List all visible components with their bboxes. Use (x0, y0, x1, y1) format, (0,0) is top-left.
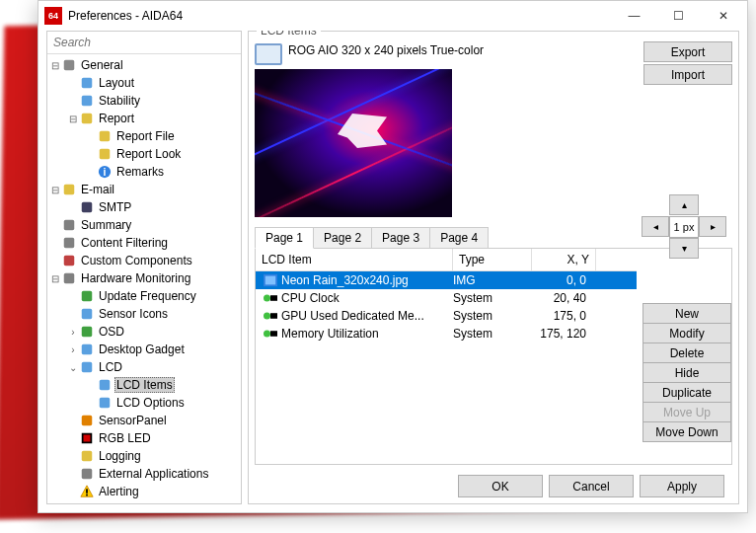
moveup-button[interactable]: Move Up (643, 402, 731, 422)
tree-node-lcd[interactable]: ⌄LCD (47, 358, 241, 376)
tree-twisty-icon[interactable]: ⊟ (49, 60, 61, 71)
list-row[interactable]: GPU Used Dedicated Me...System175, 0 (256, 307, 637, 325)
delete-button[interactable]: Delete (643, 343, 731, 363)
layout-icon (79, 75, 95, 91)
sitem-icon (264, 309, 279, 323)
tree-node-update-frequency[interactable]: Update Frequency (47, 287, 241, 305)
svg-rect-20 (100, 398, 111, 409)
tab-page-4[interactable]: Page 4 (429, 227, 489, 249)
tree-node-remarks[interactable]: iRemarks (47, 163, 241, 181)
tree-node-content-filtering[interactable]: Content Filtering (47, 234, 241, 252)
svg-rect-33 (270, 313, 277, 319)
tab-page-1[interactable]: Page 1 (255, 227, 314, 249)
ok-button[interactable]: OK (458, 475, 543, 497)
sum-icon (61, 217, 77, 233)
col-type[interactable]: Type (453, 249, 532, 270)
tree-label: Logging (97, 449, 143, 463)
look-icon (97, 146, 113, 162)
preferences-window: 64 Preferences - AIDA64 — ☐ ✕ ⊟GeneralLa… (38, 0, 748, 513)
tree-node-general[interactable]: ⊟General (47, 56, 241, 74)
duplicate-button[interactable]: Duplicate (643, 382, 731, 403)
tree-node-external-applications[interactable]: External Applications (47, 465, 241, 483)
tree-label: Summary (79, 218, 133, 232)
svg-rect-2 (82, 96, 93, 107)
tree-node-sensor-icons[interactable]: Sensor Icons (47, 305, 241, 323)
list-row[interactable]: Neon Rain_320x240.jpgIMG0, 0 (256, 271, 637, 289)
lcd-icon (97, 395, 113, 411)
tree-node-lcd-items[interactable]: LCD Items (47, 376, 241, 394)
tree-twisty-icon[interactable]: ⊟ (67, 114, 79, 124)
tree-label: Alerting (97, 485, 141, 498)
tree-label: Sensor Icons (97, 307, 170, 321)
upd-icon (79, 288, 95, 304)
tree-node-summary[interactable]: Summary (47, 216, 241, 234)
hide-button[interactable]: Hide (643, 362, 731, 383)
nav-tree[interactable]: ⊟GeneralLayoutStability⊟ReportReport Fil… (47, 54, 241, 503)
titlebar[interactable]: 64 Preferences - AIDA64 — ☐ ✕ (38, 1, 747, 31)
log-icon (79, 448, 95, 464)
apply-button[interactable]: Apply (640, 475, 724, 497)
cancel-button[interactable]: Cancel (549, 475, 634, 497)
tree-node-desktop-gadget[interactable]: ›Desktop Gadget (47, 341, 241, 358)
modify-button[interactable]: Modify (643, 323, 731, 343)
tree-node-rgb-led[interactable]: RGB LED (47, 429, 241, 447)
maximize-button[interactable]: ☐ (656, 2, 701, 30)
minimize-button[interactable]: — (612, 2, 656, 30)
img-icon (264, 273, 279, 287)
tree-twisty-icon[interactable]: ⊟ (49, 185, 61, 195)
tree-twisty-icon[interactable]: › (67, 344, 79, 355)
tree-twisty-icon[interactable]: ⌄ (67, 362, 79, 373)
nudge-up-button[interactable]: ▴ (669, 194, 699, 215)
movedown-button[interactable]: Move Down (643, 421, 731, 442)
tree-node-stability[interactable]: Stability (47, 92, 241, 110)
sens-icon (79, 306, 95, 322)
nudge-down-button[interactable]: ▾ (669, 238, 699, 259)
col-xy[interactable]: X, Y (532, 249, 596, 270)
tree-node-layout[interactable]: Layout (47, 74, 241, 92)
file-icon (97, 128, 113, 144)
nav-panel: ⊟GeneralLayoutStability⊟ReportReport Fil… (46, 31, 242, 504)
nudge-left-button[interactable]: ◂ (642, 216, 669, 237)
new-button[interactable]: New (643, 303, 731, 324)
svg-point-34 (264, 331, 270, 338)
tree-node-e-mail[interactable]: ⊟E-mail (47, 181, 241, 198)
close-button[interactable]: ✕ (701, 2, 745, 30)
svg-rect-5 (100, 149, 111, 160)
tree-label: Report (97, 112, 136, 125)
tree-twisty-icon[interactable]: › (67, 327, 79, 338)
list-row[interactable]: CPU ClockSystem20, 40 (256, 289, 637, 307)
item-xy: 0, 0 (532, 273, 596, 287)
tab-page-3[interactable]: Page 3 (371, 227, 430, 249)
items-list[interactable]: LCD Item Type X, Y Neon Rain_320x240.jpg… (256, 249, 637, 464)
tree-node-smtp[interactable]: SMTP (47, 198, 241, 216)
lcd-preview[interactable] (255, 69, 452, 217)
tree-node-hardware-monitoring[interactable]: ⊟Hardware Monitoring (47, 269, 241, 287)
tree-node-lcd-options[interactable]: LCD Options (47, 394, 241, 412)
list-row[interactable]: Memory UtilizationSystem175, 120 (256, 325, 637, 343)
tree-node-logging[interactable]: Logging (47, 447, 241, 465)
nudge-step[interactable]: 1 px (669, 216, 699, 238)
export-button[interactable]: Export (643, 41, 732, 62)
tree-twisty-icon[interactable]: ⊟ (49, 273, 61, 284)
import-button[interactable]: Import (643, 64, 732, 85)
item-name: Neon Rain_320x240.jpg (281, 273, 409, 287)
filter-icon (61, 235, 77, 251)
tree-node-custom-components[interactable]: Custom Components (47, 252, 241, 269)
tree-node-sensorpanel[interactable]: SensorPanel (47, 412, 241, 429)
col-item[interactable]: LCD Item (256, 249, 453, 270)
tree-label: General (79, 58, 125, 72)
tree-node-osd[interactable]: ›OSD (47, 323, 241, 341)
tree-node-report-file[interactable]: Report File (47, 127, 241, 145)
tree-node-alerting[interactable]: Alerting (47, 483, 241, 500)
svg-rect-0 (64, 60, 75, 71)
list-header[interactable]: LCD Item Type X, Y (256, 249, 637, 271)
nudge-right-button[interactable]: ▸ (699, 216, 726, 237)
tree-label: Report File (114, 129, 177, 143)
search-input[interactable] (47, 32, 241, 54)
svg-rect-10 (64, 220, 75, 231)
tree-node-report-look[interactable]: Report Look (47, 145, 241, 163)
tree-node-report[interactable]: ⊟Report (47, 110, 241, 127)
tree-label: LCD Items (114, 377, 175, 393)
sp-icon (79, 413, 95, 428)
tab-page-2[interactable]: Page 2 (313, 227, 372, 249)
